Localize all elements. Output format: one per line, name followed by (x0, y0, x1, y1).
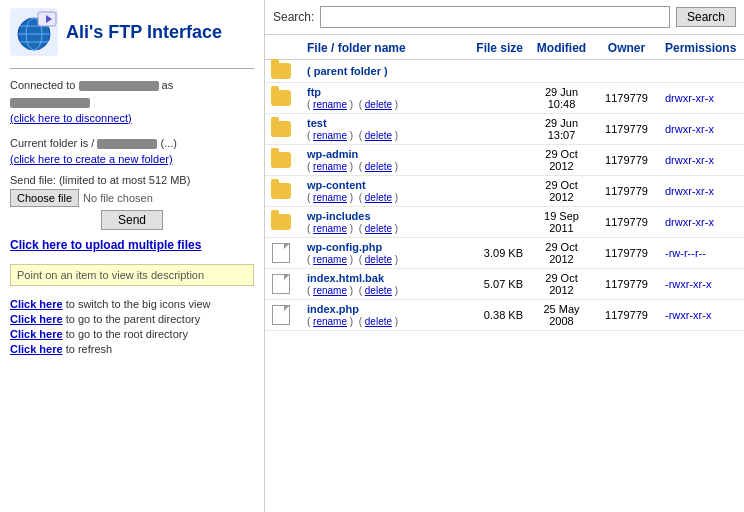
item-name-link[interactable]: wp-includes (307, 210, 371, 222)
file-icon-cell (265, 238, 301, 269)
permissions-header: Permissions (659, 35, 744, 60)
file-owner-cell: 1179779 (594, 300, 659, 331)
create-folder-link[interactable]: (click here to create a new folder) (10, 153, 173, 165)
file-owner-cell: 1179779 (594, 83, 659, 114)
file-owner-cell (594, 60, 659, 83)
file-modified-cell: 29 Oct2012 (529, 269, 594, 300)
file-modified-cell: 29 Jun13:07 (529, 114, 594, 145)
connected-as: as (162, 79, 174, 91)
file-owner-cell: 1179779 (594, 114, 659, 145)
file-size-cell (470, 176, 529, 207)
file-icon-cell (265, 300, 301, 331)
file-name-cell: wp-includes( rename ) ( delete ) (301, 207, 470, 238)
item-name-link[interactable]: index.html.bak (307, 272, 384, 284)
table-row: wp-content( rename ) ( delete )29 Oct201… (265, 176, 744, 207)
file-name-cell: index.php( rename ) ( delete ) (301, 300, 470, 331)
delete-link[interactable]: delete (365, 285, 392, 296)
disconnect-link[interactable]: (click here to disconnect) (10, 112, 132, 124)
delete-link[interactable]: delete (365, 161, 392, 172)
file-modified-cell: 29 Oct2012 (529, 238, 594, 269)
delete-link[interactable]: delete (365, 254, 392, 265)
file-modified-cell: 25 May2008 (529, 300, 594, 331)
table-row: wp-includes( rename ) ( delete )19 Sep20… (265, 207, 744, 238)
nav-link: Click here to go to the parent directory (10, 313, 254, 325)
app-title: Ali's FTP Interface (66, 22, 222, 43)
connected-user-masked (10, 98, 90, 108)
item-name-link[interactable]: wp-admin (307, 148, 358, 160)
send-section: Send file: (limited to at most 512 MB) C… (10, 174, 254, 230)
file-name-cell: wp-config.php( rename ) ( delete ) (301, 238, 470, 269)
item-actions: ( rename ) ( delete ) (307, 223, 398, 234)
nav-link-text[interactable]: Click here (10, 343, 63, 355)
file-owner-cell: 1179779 (594, 207, 659, 238)
name-header: File / folder name (301, 35, 470, 60)
connected-host-masked (79, 81, 159, 91)
file-permissions-cell (659, 60, 744, 83)
delete-link[interactable]: delete (365, 192, 392, 203)
item-name-link[interactable]: ftp (307, 86, 321, 98)
nav-link-text[interactable]: Click here (10, 298, 63, 310)
file-icon-cell (265, 145, 301, 176)
search-bar: Search: Search (265, 0, 744, 35)
folder-icon (271, 90, 291, 106)
file-modified-cell: 29 Oct2012 (529, 176, 594, 207)
file-name-cell: ftp( rename ) ( delete ) (301, 83, 470, 114)
delete-link[interactable]: delete (365, 223, 392, 234)
delete-link[interactable]: delete (365, 99, 392, 110)
rename-link[interactable]: rename (313, 192, 347, 203)
modified-header: Modified (529, 35, 594, 60)
upload-multiple-link[interactable]: Click here to upload multiple files (10, 238, 254, 252)
send-label: Send file: (limited to at most 512 MB) (10, 174, 254, 186)
connection-info: Connected to as (click here to disconnec… (10, 77, 254, 127)
rename-link[interactable]: rename (313, 130, 347, 141)
hint-box: Point on an item to view its description (10, 264, 254, 286)
file-icon-cell (265, 269, 301, 300)
file-name-cell: index.html.bak( rename ) ( delete ) (301, 269, 470, 300)
file-size-cell: 0.38 KB (470, 300, 529, 331)
nav-link-text[interactable]: Click here (10, 313, 63, 325)
file-permissions-cell: drwxr-xr-x (659, 145, 744, 176)
connected-label: Connected to (10, 79, 75, 91)
rename-link[interactable]: rename (313, 254, 347, 265)
rename-link[interactable]: rename (313, 161, 347, 172)
file-name-cell: ( parent folder ) (301, 60, 470, 83)
no-file-text: No file chosen (83, 192, 153, 204)
rename-link[interactable]: rename (313, 223, 347, 234)
nav-link-text[interactable]: Click here (10, 328, 63, 340)
item-name-link[interactable]: wp-content (307, 179, 366, 191)
delete-link[interactable]: delete (365, 316, 392, 327)
file-owner-cell: 1179779 (594, 269, 659, 300)
item-name-link[interactable]: test (307, 117, 327, 129)
rename-link[interactable]: rename (313, 285, 347, 296)
file-row: Choose file No file chosen (10, 189, 254, 207)
file-permissions-cell: drwxr-xr-x (659, 114, 744, 145)
file-icon (272, 243, 290, 263)
nav-links: Click here to switch to the big icons vi… (10, 298, 254, 355)
nav-link: Click here to switch to the big icons vi… (10, 298, 254, 310)
search-button[interactable]: Search (676, 7, 736, 27)
file-size-cell (470, 83, 529, 114)
item-name-link[interactable]: wp-config.php (307, 241, 382, 253)
file-icon-cell (265, 114, 301, 145)
file-icon (272, 305, 290, 325)
delete-link[interactable]: delete (365, 130, 392, 141)
rename-link[interactable]: rename (313, 316, 347, 327)
divider-1 (10, 68, 254, 69)
parent-folder-link[interactable]: ( parent folder ) (307, 65, 388, 77)
file-permissions-cell: drwxr-xr-x (659, 83, 744, 114)
file-icon-cell (265, 83, 301, 114)
item-actions: ( rename ) ( delete ) (307, 161, 398, 172)
item-actions: ( rename ) ( delete ) (307, 285, 398, 296)
rename-link[interactable]: rename (313, 99, 347, 110)
file-modified-cell: 19 Sep2011 (529, 207, 594, 238)
send-button[interactable]: Send (101, 210, 163, 230)
icon-header (265, 35, 301, 60)
item-name-link[interactable]: index.php (307, 303, 359, 315)
search-label: Search: (273, 10, 314, 24)
current-folder-suffix: (...) (161, 137, 178, 149)
file-table-container[interactable]: File / folder name File size Modified Ow… (265, 35, 744, 512)
search-input[interactable] (320, 6, 670, 28)
choose-file-button[interactable]: Choose file (10, 189, 79, 207)
file-modified-cell: 29 Oct2012 (529, 145, 594, 176)
file-icon-cell (265, 207, 301, 238)
